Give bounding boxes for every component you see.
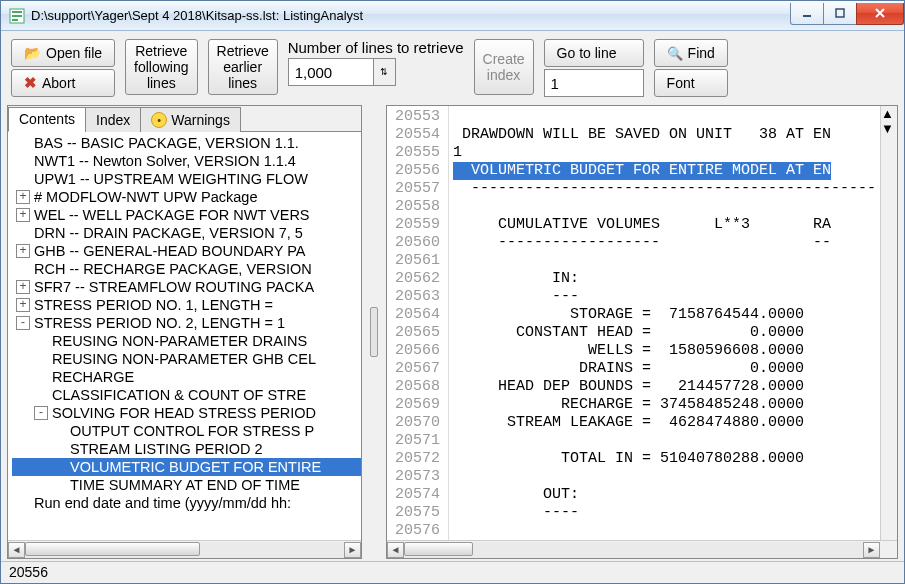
font-button[interactable]: Font [654, 69, 728, 97]
splitter-handle[interactable] [370, 307, 378, 357]
tree-twist-icon [16, 226, 30, 240]
tree-item-label: SOLVING FOR HEAD STRESS PERIOD [52, 404, 316, 422]
tree-twist-icon [16, 172, 30, 186]
tree-row[interactable]: NWT1 -- Newton Solver, VERSION 1.1.4 [12, 152, 361, 170]
svg-rect-1 [12, 11, 22, 13]
tree-twist-icon [52, 460, 66, 474]
listing-text[interactable]: DRAWDOWN WILL BE SAVED ON UNIT 38 AT EN … [449, 106, 880, 540]
tree-twist-icon [16, 262, 30, 276]
minimize-button[interactable] [790, 3, 824, 25]
tree-row[interactable]: OUTPUT CONTROL FOR STRESS P [12, 422, 361, 440]
tree-row[interactable]: +SFR7 -- STREAMFLOW ROUTING PACKA [12, 278, 361, 296]
tree-twist-icon [34, 388, 48, 402]
num-lines-input[interactable] [288, 58, 374, 86]
tree-row[interactable]: REUSING NON-PARAMETER GHB CEL [12, 350, 361, 368]
abort-x-icon: ✖ [24, 74, 37, 92]
tree-row[interactable]: DRN -- DRAIN PACKAGE, VERSION 7, 5 [12, 224, 361, 242]
tree-twist-icon [16, 496, 30, 510]
tree-item-label: STRESS PERIOD NO. 1, LENGTH = [34, 296, 273, 314]
line-gutter: 20553 20554 20555 20556 20557 20558 2055… [387, 106, 449, 540]
tree-item-label: UPW1 -- UPSTREAM WEIGHTING FLOW [34, 170, 308, 188]
tree-item-label: RECHARGE [52, 368, 134, 386]
tree-twist-icon[interactable]: + [16, 280, 30, 294]
listing-hscrollbar[interactable]: ◄ ► [387, 540, 897, 558]
contents-tree[interactable]: BAS -- BASIC PACKAGE, VERSION 1.1.NWT1 -… [8, 132, 361, 540]
tree-item-label: RCH -- RECHARGE PACKAGE, VERSION [34, 260, 312, 278]
tab-warnings[interactable]: •Warnings [140, 107, 241, 132]
app-window: D:\support\Yager\Sept 4 2018\Kitsap-ss.l… [0, 0, 905, 584]
listing-vscrollbar[interactable]: ▲ ▼ [880, 106, 897, 540]
tree-item-label: STREAM LISTING PERIOD 2 [70, 440, 263, 458]
window-title: D:\support\Yager\Sept 4 2018\Kitsap-ss.l… [31, 8, 791, 23]
tree-item-label: NWT1 -- Newton Solver, VERSION 1.1.4 [34, 152, 296, 170]
num-lines-spinner[interactable]: ⇅ [374, 58, 396, 86]
tree-row[interactable]: RECHARGE [12, 368, 361, 386]
tree-row[interactable]: REUSING NON-PARAMETER DRAINS [12, 332, 361, 350]
tab-contents[interactable]: Contents [8, 107, 86, 132]
tree-twist-icon[interactable]: + [16, 298, 30, 312]
tree-twist-icon [52, 478, 66, 492]
tree-twist-icon[interactable]: - [34, 406, 48, 420]
tree-item-label: REUSING NON-PARAMETER DRAINS [52, 332, 307, 350]
tree-row[interactable]: STREAM LISTING PERIOD 2 [12, 440, 361, 458]
tree-row[interactable]: TIME SUMMARY AT END OF TIME [12, 476, 361, 494]
tree-item-label: BAS -- BASIC PACKAGE, VERSION 1.1. [34, 134, 299, 152]
tree-item-label: SFR7 -- STREAMFLOW ROUTING PACKA [34, 278, 314, 296]
tree-row[interactable]: Run end date and time (yyyy/mm/dd hh: [12, 494, 361, 512]
tree-row[interactable]: VOLUMETRIC BUDGET FOR ENTIRE [12, 458, 361, 476]
abort-button[interactable]: ✖ Abort [11, 69, 115, 97]
tree-twist-icon [52, 424, 66, 438]
tree-hscrollbar[interactable]: ◄ ► [8, 540, 361, 558]
tab-index[interactable]: Index [85, 107, 141, 132]
go-to-line-input[interactable] [544, 69, 644, 97]
retrieve-following-button[interactable]: Retrieve following lines [125, 39, 197, 95]
tree-row[interactable]: +WEL -- WELL PACKAGE FOR NWT VERS [12, 206, 361, 224]
scroll-left-arrow[interactable]: ◄ [387, 542, 404, 558]
tree-item-label: REUSING NON-PARAMETER GHB CEL [52, 350, 316, 368]
tree-row[interactable]: -STRESS PERIOD NO. 2, LENGTH = 1 [12, 314, 361, 332]
abort-label: Abort [42, 75, 75, 91]
tree-twist-icon[interactable]: + [16, 190, 30, 204]
panes: Contents Index •Warnings BAS -- BASIC PA… [1, 105, 904, 561]
tree-twist-icon[interactable]: - [16, 316, 30, 330]
scroll-right-arrow[interactable]: ► [863, 542, 880, 558]
close-button[interactable] [856, 3, 904, 25]
tree-row[interactable]: +# MODFLOW-NWT UPW Package [12, 188, 361, 206]
tree-item-label: TIME SUMMARY AT END OF TIME [70, 476, 300, 494]
create-index-button[interactable]: Create index [474, 39, 534, 95]
scroll-right-arrow[interactable]: ► [344, 542, 361, 558]
tree-row[interactable]: BAS -- BASIC PACKAGE, VERSION 1.1. [12, 134, 361, 152]
tree-row[interactable]: -SOLVING FOR HEAD STRESS PERIOD [12, 404, 361, 422]
scroll-up-arrow[interactable]: ▲ [881, 106, 897, 121]
svg-rect-3 [12, 19, 18, 21]
titlebar[interactable]: D:\support\Yager\Sept 4 2018\Kitsap-ss.l… [1, 1, 904, 31]
tree-twist-icon [34, 370, 48, 384]
go-to-line-button[interactable]: Go to line [544, 39, 644, 67]
splitter[interactable] [368, 105, 380, 559]
status-bar: 20556 [1, 561, 904, 583]
tree-row[interactable]: CLASSIFICATION & COUNT OF STRE [12, 386, 361, 404]
left-tabs: Contents Index •Warnings [8, 106, 361, 132]
find-button[interactable]: 🔍 Find [654, 39, 728, 67]
warning-icon: • [151, 112, 167, 128]
tree-item-label: STRESS PERIOD NO. 2, LENGTH = 1 [34, 314, 285, 332]
tree-row[interactable]: UPW1 -- UPSTREAM WEIGHTING FLOW [12, 170, 361, 188]
retrieve-earlier-button[interactable]: Retrieve earlier lines [208, 39, 278, 95]
tree-row[interactable]: +STRESS PERIOD NO. 1, LENGTH = [12, 296, 361, 314]
tree-twist-icon [16, 136, 30, 150]
right-pane: 20553 20554 20555 20556 20557 20558 2055… [386, 105, 898, 559]
tree-item-label: DRN -- DRAIN PACKAGE, VERSION 7, 5 [34, 224, 303, 242]
scroll-left-arrow[interactable]: ◄ [8, 542, 25, 558]
tree-twist-icon[interactable]: + [16, 208, 30, 222]
tree-item-label: CLASSIFICATION & COUNT OF STRE [52, 386, 306, 404]
tree-item-label: VOLUMETRIC BUDGET FOR ENTIRE [70, 458, 321, 476]
maximize-button[interactable] [823, 3, 857, 25]
binoculars-icon: 🔍 [667, 46, 683, 61]
svg-rect-4 [803, 15, 811, 17]
num-lines-label: Number of lines to retrieve [288, 39, 464, 56]
tree-row[interactable]: +GHB -- GENERAL-HEAD BOUNDARY PA [12, 242, 361, 260]
scroll-down-arrow[interactable]: ▼ [881, 121, 897, 136]
open-file-button[interactable]: 📂 Open file [11, 39, 115, 67]
tree-twist-icon[interactable]: + [16, 244, 30, 258]
tree-row[interactable]: RCH -- RECHARGE PACKAGE, VERSION [12, 260, 361, 278]
